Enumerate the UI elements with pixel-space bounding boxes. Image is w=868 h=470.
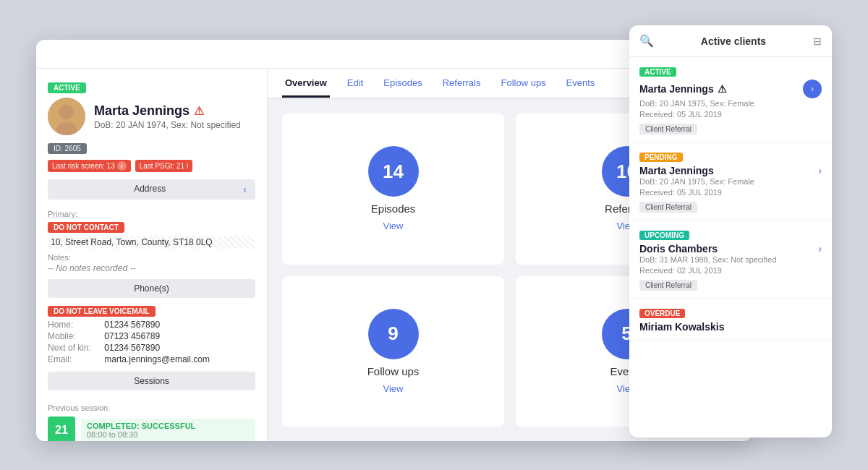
followups-view-link[interactable]: View	[383, 383, 404, 394]
client-status-upcoming: UPCOMING	[639, 231, 689, 240]
risk-info-icon[interactable]: i	[117, 161, 127, 171]
notes-label: Notes:	[48, 253, 255, 262]
active-badge: ACTIVE	[48, 82, 86, 93]
left-panel: ACTIVE Marta Jennings ⚠	[36, 69, 268, 441]
client-name: Miriam Kowalskis	[639, 321, 725, 333]
do-not-voicemail-badge: DO NOT LEAVE VOICEMAIL	[48, 306, 156, 317]
client-referral-tag: Client Referral	[639, 124, 697, 134]
primary-label: Primary:	[48, 210, 255, 218]
home-phone: 01234 567890	[104, 320, 160, 330]
session-row: 21 COMPLETED: SUCCESSFUL 08:00 to 08:30	[48, 416, 255, 441]
client-referral-tag: Client Referral	[639, 280, 697, 291]
session-info: COMPLETED: SUCCESSFUL 08:00 to 08:30	[81, 419, 255, 441]
session-status: COMPLETED: SUCCESSFUL	[87, 422, 250, 430]
nok-phone: 01234 567890	[104, 343, 160, 353]
address-section-button[interactable]: Address ‹	[48, 179, 255, 200]
episodes-count: 14	[368, 146, 419, 197]
client-item: UPCOMING Doris Chambers › DoB: 31 MAR 19…	[629, 221, 832, 299]
followups-label: Follow ups	[367, 365, 420, 377]
warning-icon: ⚠	[194, 104, 204, 118]
client-referral-tag: Client Referral	[639, 202, 697, 213]
clients-panel: 🔍 Active clients ⊟ ACTIVE Marta Jennings…	[629, 25, 832, 437]
home-phone-row: Home: 01234 567890	[48, 320, 255, 330]
patient-id: ID: 2605	[48, 143, 87, 154]
client-warning-icon: ⚠	[718, 83, 727, 95]
client-name-row: Doris Chambers ›	[639, 243, 822, 255]
risk-screen-badge: Last risk screen: 13 i	[48, 160, 131, 172]
patient-name: Marta Jennings ⚠	[94, 103, 241, 119]
client-item: OVERDUE Miriam Kowalskis	[629, 299, 832, 341]
client-dob: DoB: 20 JAN 1975, Sex: Female	[639, 177, 822, 186]
session-time: 08:00 to 08:30	[87, 430, 250, 439]
nok-phone-row: Next of kin: 01234 567890	[48, 343, 255, 353]
client-received: Received: 05 JUL 2019	[639, 110, 822, 119]
notes-value: -- No notes recorded --	[48, 263, 255, 273]
client-name-row: Marta Jennings ⚠ ›	[639, 80, 822, 98]
client-name: Marta Jennings ⚠	[639, 83, 727, 95]
tab-episodes[interactable]: Episodes	[380, 69, 425, 98]
psgi-badge: Last PSGt: 21 i	[135, 160, 193, 172]
mobile-phone: 07123 456789	[104, 331, 160, 341]
collapse-arrow: ‹	[243, 184, 247, 195]
psgi-info-icon[interactable]: i	[187, 162, 188, 170]
clients-title: Active clients	[660, 35, 807, 47]
tab-edit[interactable]: Edit	[344, 69, 366, 98]
client-name: Doris Chambers	[639, 243, 718, 255]
home-label: Home:	[48, 320, 102, 330]
client-status-overdue: OVERDUE	[639, 309, 685, 318]
patient-dob: DoB: 20 JAN 1974, Sex: Not specified	[94, 120, 241, 130]
client-received: Received: 02 JUL 2019	[639, 266, 822, 275]
client-dob: DoB: 31 MAR 1988, Sex: Not specified	[639, 255, 822, 264]
email-row: Email: marta.jennings@email.com	[48, 354, 255, 364]
session-date: 21	[48, 416, 75, 441]
email-label: Email:	[48, 354, 102, 364]
tab-followups[interactable]: Follow ups	[498, 69, 548, 98]
episodes-label: Episodes	[371, 202, 416, 215]
avatar	[48, 98, 85, 135]
mobile-label: Mobile:	[48, 331, 102, 341]
client-status-active: ACTIVE	[639, 67, 676, 77]
client-received: Received: 05 JUL 2019	[639, 188, 822, 197]
client-item: PENDING Marta Jennings › DoB: 20 JAN 197…	[629, 142, 832, 221]
client-item: ACTIVE Marta Jennings ⚠ › DoB: 20 JAN 19…	[629, 57, 832, 142]
clients-header: 🔍 Active clients ⊟	[629, 25, 832, 57]
clients-list: ACTIVE Marta Jennings ⚠ › DoB: 20 JAN 19…	[629, 57, 832, 437]
tab-events[interactable]: Events	[563, 69, 598, 98]
email-value: marta.jennings@email.com	[104, 354, 210, 364]
prev-session-label: Previous session:	[48, 403, 255, 412]
client-name-row: Miriam Kowalskis	[639, 321, 822, 333]
client-name: Marta Jennings	[639, 165, 714, 176]
followups-count: 9	[368, 309, 419, 359]
tab-overview[interactable]: Overview	[282, 69, 330, 98]
svg-point-1	[59, 105, 74, 119]
patient-header: Marta Jennings ⚠ DoB: 20 JAN 1974, Sex: …	[48, 98, 255, 135]
address-text: 10, Street Road, Town, County, ST18 0LQ	[48, 236, 255, 249]
filter-icon[interactable]: ⊟	[813, 35, 822, 47]
sessions-section-button[interactable]: Sessions	[48, 372, 255, 390]
nok-label: Next of kin:	[48, 343, 102, 353]
chevron-right-icon[interactable]: ›	[818, 165, 822, 176]
client-dob: DoB: 20 JAN 1975, Sex: Female	[639, 99, 822, 108]
do-not-contact-badge: DO NOT CONTACT	[48, 222, 124, 233]
client-status-pending: PENDING	[639, 153, 683, 162]
episodes-card: 14 Episodes View	[282, 114, 504, 265]
client-nav-arrow[interactable]: ›	[803, 80, 822, 98]
followups-card: 9 Follow ups View	[282, 276, 504, 427]
tab-referrals[interactable]: Referrals	[440, 69, 484, 98]
chevron-right-icon[interactable]: ›	[818, 243, 822, 255]
risk-badges: Last risk screen: 13 i Last PSGt: 21 i	[48, 160, 255, 172]
mobile-phone-row: Mobile: 07123 456789	[48, 331, 255, 341]
phones-section-button[interactable]: Phone(s)	[48, 279, 255, 298]
client-name-row: Marta Jennings ›	[639, 165, 822, 176]
search-icon[interactable]: 🔍	[639, 34, 654, 48]
episodes-view-link[interactable]: View	[383, 221, 404, 231]
